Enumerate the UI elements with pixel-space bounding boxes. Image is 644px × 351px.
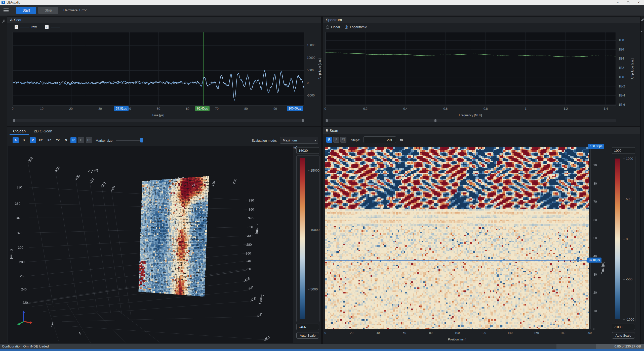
axis-tick-label: 60 [403,331,406,335]
pin-icon[interactable] [1,18,7,24]
bscan-btn-r[interactable]: R [326,137,332,143]
cscan-btn-a[interactable]: A [13,137,19,143]
bscan-heatmap-canvas[interactable] [325,147,589,329]
cscan-autoscale-button[interactable]: Auto Scale [296,332,319,339]
cscan-btn-xz[interactable]: XZ [46,137,53,143]
axis-tick-label: 0.2 [363,107,368,111]
ascan-cursor-badge-3[interactable]: 100.00µs [287,106,303,111]
axis-tick-label: 10000 [308,228,319,232]
bscan-btn-ft[interactable]: FT [340,137,346,143]
axis-tick-label: 90 [593,164,597,167]
cscan-colorbar-gradient [300,158,305,319]
cscan3d-ztick-r: 340 [248,216,254,220]
cscan-btn-b[interactable]: B [21,137,27,143]
ascan-waveform-canvas[interactable] [13,32,304,105]
axis-tick-label: 10 [593,309,597,313]
bscan-colorbar-max-input[interactable] [612,147,635,154]
maximize-button[interactable]: ▢ [623,0,633,5]
radio-logarithmic[interactable] [345,25,348,29]
cscan-btn-p[interactable]: P [30,137,36,143]
axis-tick-label: 1E8 [619,38,624,42]
cscan3d-ztick-r: 260 [246,252,251,255]
title-bar: X LEAstudio – ▢ ✕ [0,0,644,5]
ascan-legend-2: ✓ [45,25,62,29]
bscan-heatmap[interactable] [325,147,589,329]
ascan-panel-title: A-Scan [7,17,321,23]
cscan3d-ztick-r: 280 [246,243,252,246]
evaluation-mode-select[interactable]: Maximum (absolute) ▾ [280,137,318,144]
cscan3d-z-axis-label-right: Z [mm] [255,224,259,234]
marker-size-slider-handle[interactable] [140,138,143,142]
axis-tick-label: 80 [244,107,248,111]
ascan-cursor-badge-2[interactable]: 65.40µs [195,106,210,111]
swap-axes-icon[interactable]: ⇆ [400,138,403,142]
hardware-status: Hardware: Error [63,8,87,12]
cscan3d-ztick: 280 [19,260,25,264]
spectrum-plot[interactable] [325,32,616,106]
bscan-panel-title: B-Scan [323,127,640,134]
cscan3d-ztick-r: 360 [249,208,254,211]
axis-tick-label: 160 [534,331,539,335]
cscan-btn-n[interactable]: N [63,137,69,143]
ascan-x-axis-label: Time [µs] [138,114,178,117]
cscan-btn-yz[interactable]: YZ [54,137,61,143]
cscan-colorbar: 15000100005000 [296,155,319,322]
axis-tick-label: 1E6 [619,48,624,51]
ascan-plot[interactable] [13,32,304,106]
cscan3d-ztick: 260 [20,274,25,278]
spectrum-scrollbar[interactable] [325,119,616,122]
bscan-colorbar-min-input[interactable] [612,324,635,330]
curve-tool-icon[interactable] [641,29,644,33]
cscan3d-z-axis-label-left: Z [mm] [10,249,14,259]
axis-tick-label: 500 [623,197,631,201]
bscan-colorbar-ticks: 10005000-500-1000 [622,159,635,319]
ascan-scrollbar-handle-right[interactable] [302,119,304,122]
bscan-time-slider-track[interactable] [590,147,591,329]
spectrum-panel: Spectrum LinearLogarithmic 00.20.40.60.8… [323,17,640,126]
ascan-scrollbar[interactable] [13,119,304,122]
cscan-btn-ft[interactable]: FT [86,137,92,143]
bscan-autoscale-button[interactable]: Auto Scale [612,332,635,339]
radio-logarithmic-label: Logarithmic [350,25,367,29]
status-progress-segment [556,344,596,349]
axis-triad-icon [16,309,33,326]
marker-size-slider[interactable] [116,140,142,141]
axis-tick-label: 140 [507,331,512,335]
ascan-scrollbar-handle-left[interactable] [13,119,15,122]
axis-tick-label: -5000 [307,94,315,97]
checkbox-raw[interactable]: ✓ [15,25,18,29]
axis-tick-label: 80 [429,331,432,335]
spectrum-scrollbar-handle-mid[interactable] [434,119,436,122]
axis-tick-label: 20 [69,107,72,111]
steps-input[interactable] [364,136,396,143]
cscan-3d-view[interactable]: -300 -350 -400 -450 -500 -550 Y [mm] 100… [8,146,293,343]
legend-line-raw [20,27,29,27]
cscan3d-ztick: 300 [18,246,23,249]
radio-linear[interactable] [326,25,329,29]
bottom-accent-strip [0,349,644,351]
cscan3d-ztick-r: 220 [246,267,251,271]
axis-tick-label: 0 [12,107,14,111]
pen-icon[interactable] [641,18,644,21]
cscan-btn-f[interactable]: F [78,137,84,143]
tab-2d-cscan[interactable]: 2D C-Scan [30,127,56,134]
ascan-y-axis-ticks: 150001000050000-5000 [306,32,318,106]
minimize-button[interactable]: – [612,0,623,5]
cscan3d-ztick-r: 320 [248,225,253,229]
cscan-btn-xy[interactable]: XY [37,137,44,143]
hamburger-menu-icon[interactable] [4,9,9,12]
axis-tick-label: 1000 [623,157,633,161]
ascan-cursor-badge-1[interactable]: 37.81µs [114,106,129,111]
bscan-btn-f[interactable]: F [333,137,339,143]
checkbox-series2[interactable]: ✓ [45,25,49,29]
spectrum-scrollbar-handle-left[interactable] [326,119,328,122]
close-button[interactable]: ✕ [633,0,644,5]
cscan-colorbar-min-input[interactable] [296,324,319,330]
cscan-colorbar-max-input[interactable] [296,147,319,154]
start-button[interactable]: Start [16,7,36,14]
cscan-btn-r[interactable]: R [70,137,76,143]
tab-cscan[interactable]: C-Scan [10,127,29,135]
cscan3d-ztick: 380 [17,185,22,189]
spectrum-line-canvas[interactable] [326,32,616,105]
stop-button[interactable]: Stop [38,7,58,14]
